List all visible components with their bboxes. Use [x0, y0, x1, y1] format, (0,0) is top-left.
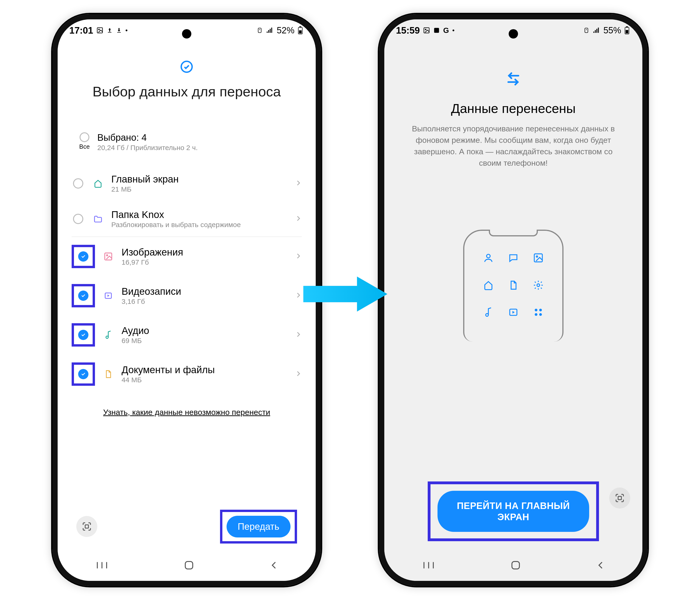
- send-button[interactable]: Передать: [227, 516, 291, 538]
- dot-icon: •: [452, 27, 454, 34]
- svg-rect-35: [618, 496, 621, 500]
- nav-recents[interactable]: [422, 561, 435, 570]
- list-item[interactable]: Папка KnoxРазблокировать и выбрать содер…: [72, 201, 302, 236]
- audio-icon: [483, 307, 494, 319]
- download-icon: [116, 27, 122, 34]
- chevron-right-icon: [295, 292, 302, 299]
- svg-point-10: [107, 255, 108, 256]
- image-icon: [423, 27, 430, 34]
- send-button-highlight: Передать: [220, 510, 297, 544]
- item-sub: 69 МБ: [122, 337, 287, 345]
- doc-icon: [103, 369, 114, 379]
- volume-button: [647, 131, 648, 197]
- select-all-row[interactable]: Все Выбрано: 4 20,24 Гб / Приблизительно…: [72, 132, 302, 156]
- svg-rect-4: [258, 28, 261, 33]
- video-icon: [103, 290, 114, 301]
- item-name: Папка Knox: [111, 209, 287, 220]
- list-item[interactable]: Изображения16,97 Гб: [72, 237, 302, 276]
- contact-icon: [483, 252, 494, 264]
- list-item[interactable]: Видеозаписи3,16 Гб: [72, 276, 302, 315]
- svg-rect-13: [85, 525, 89, 528]
- svg-rect-6: [299, 30, 301, 33]
- svg-point-28: [537, 284, 540, 286]
- system-nav: [58, 551, 316, 581]
- camera-hole: [509, 29, 518, 39]
- data-icon: [257, 27, 263, 34]
- volume-button: [320, 131, 321, 197]
- nav-back[interactable]: [596, 560, 605, 571]
- svg-point-25: [487, 254, 490, 258]
- status-time: 17:01: [69, 25, 93, 36]
- image-icon: [533, 252, 544, 264]
- select-all-label: Все: [79, 143, 90, 150]
- nav-recents[interactable]: [95, 561, 109, 570]
- svg-rect-7: [299, 26, 301, 27]
- checkbox-highlight: [72, 177, 85, 190]
- video-icon: [508, 307, 519, 319]
- google-icon: G: [443, 26, 449, 35]
- item-checkbox[interactable]: [78, 369, 89, 379]
- item-checkbox[interactable]: [73, 214, 83, 224]
- chevron-right-icon: [295, 370, 302, 378]
- check-circle-icon: [180, 60, 193, 74]
- capture-button[interactable]: [76, 516, 97, 537]
- checkbox-highlight: [72, 212, 85, 225]
- chevron-right-icon: [295, 180, 302, 187]
- item-sub: Разблокировать и выбрать содержимое: [111, 221, 287, 229]
- capture-button[interactable]: [609, 488, 630, 508]
- item-name: Главный экран: [111, 174, 287, 185]
- dot-icon: •: [125, 27, 128, 34]
- battery-icon: [624, 26, 629, 34]
- list-item[interactable]: Документы и файлы44 МБ: [72, 354, 302, 394]
- page-title: Данные перенесены: [398, 101, 628, 116]
- battery-icon: [298, 26, 303, 34]
- svg-point-1: [99, 29, 100, 30]
- go-home-button[interactable]: ПЕРЕЙТИ НА ГЛАВНЫЙ ЭКРАН: [438, 491, 589, 532]
- svg-rect-2: [108, 32, 111, 33]
- item-name: Аудио: [122, 325, 287, 336]
- power-button: [320, 213, 321, 255]
- image-icon: [103, 251, 114, 262]
- item-sub: 16,97 Гб: [122, 258, 287, 266]
- item-name: Изображения: [122, 247, 287, 258]
- target-phone-frame: 15:59 G • 55% Данные перенесены: [379, 14, 648, 586]
- item-checkbox[interactable]: [78, 291, 89, 301]
- camera-hole: [182, 29, 191, 39]
- gear-icon: [533, 280, 544, 292]
- svg-point-33: [534, 313, 538, 316]
- svg-rect-39: [512, 561, 519, 569]
- item-name: Видеозаписи: [122, 286, 287, 297]
- svg-rect-9: [105, 253, 112, 260]
- item-checkbox[interactable]: [78, 330, 89, 340]
- status-time: 15:59: [396, 25, 420, 36]
- data-category-list: Главный экран21 МБПапка KnoxРазблокирова…: [72, 166, 302, 394]
- item-checkbox[interactable]: [78, 251, 89, 261]
- power-button: [647, 213, 648, 255]
- app-icon: [433, 27, 440, 33]
- list-item[interactable]: Аудио69 МБ: [72, 315, 302, 354]
- page-title: Выбор данных для переноса: [72, 83, 302, 100]
- message-icon: [508, 252, 519, 264]
- checkbox-highlight: [72, 245, 95, 268]
- chevron-right-icon: [295, 331, 302, 339]
- swap-arrows-icon: [505, 72, 521, 87]
- home-icon: [483, 280, 494, 292]
- list-item[interactable]: Главный экран21 МБ: [72, 166, 302, 201]
- svg-marker-40: [303, 277, 388, 311]
- svg-rect-3: [117, 32, 121, 33]
- home-button-highlight: ПЕРЕЙТИ НА ГЛАВНЫЙ ЭКРАН: [428, 481, 599, 541]
- transferred-illustration: [463, 230, 564, 342]
- apps-icon: [533, 307, 544, 319]
- nav-home[interactable]: [510, 560, 521, 571]
- item-sub: 44 МБ: [122, 376, 287, 384]
- checkbox-highlight: [72, 362, 95, 386]
- svg-rect-21: [585, 28, 588, 33]
- nav-home[interactable]: [184, 560, 194, 571]
- nav-back[interactable]: [269, 560, 278, 571]
- select-all-checkbox[interactable]: [80, 132, 90, 142]
- item-checkbox[interactable]: [73, 178, 83, 189]
- learn-more-link[interactable]: Узнать, какие данные невозможно перенест…: [72, 408, 302, 417]
- data-icon: [583, 27, 590, 34]
- system-nav: [384, 551, 642, 581]
- svg-point-19: [425, 29, 426, 30]
